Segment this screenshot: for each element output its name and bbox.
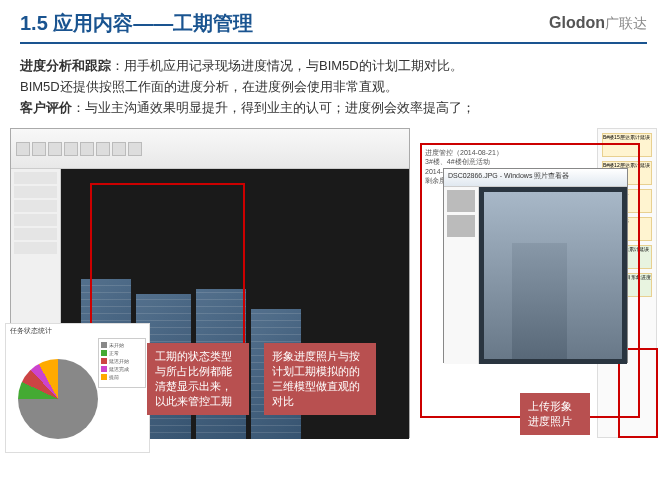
legend-item: 正常 — [101, 349, 143, 356]
nav-item — [14, 214, 57, 226]
legend-item: 提前 — [101, 373, 143, 380]
toolbar-icon — [128, 142, 142, 156]
pie-legend: 未开始 正常 延迟开始 延迟完成 提前 — [98, 338, 146, 388]
pie-chart — [18, 359, 98, 439]
photo-thumbnails — [444, 187, 479, 364]
slide-title: 1.5 应用内容——工期管理 — [20, 10, 253, 37]
thumbnail — [447, 215, 475, 237]
site-photo — [484, 192, 622, 359]
legend-item: 延迟完成 — [101, 365, 143, 372]
photo-main-view — [479, 187, 627, 364]
header-divider — [20, 42, 647, 44]
pie-title: 任务状态统计 — [6, 324, 149, 338]
legend-item: 延迟开始 — [101, 357, 143, 364]
toolbar-icon — [32, 142, 46, 156]
callout-upload: 上传形象进度照片 — [520, 393, 590, 435]
toolbar-icon — [96, 142, 110, 156]
toolbar-icon — [64, 142, 78, 156]
toolbar-icon — [80, 142, 94, 156]
callout-compare: 形象进度照片与按计划工期模拟的的三维模型做直观的对比 — [264, 343, 376, 414]
nav-item — [14, 228, 57, 240]
toolbar-icon — [16, 142, 30, 156]
thumbnail — [447, 190, 475, 212]
body-text: 进度分析和跟踪：用手机应用记录现场进度情况，与BIM5D的计划工期对比。 BIM… — [0, 54, 667, 120]
pie-chart-panel: 任务状态统计 未开始 正常 延迟开始 延迟完成 提前 — [5, 323, 150, 453]
photo-viewer-window: DSC02866.JPG - Windows 照片查看器 — [443, 168, 628, 363]
nav-item — [14, 242, 57, 254]
brand-logo: Glodon广联达 — [549, 14, 647, 33]
callout-pie: 工期的状态类型与所占比例都能清楚显示出来，以此来管控工期 — [147, 343, 249, 414]
nav-item — [14, 186, 57, 198]
nav-item — [14, 200, 57, 212]
toolbar-icon — [48, 142, 62, 156]
legend-item: 未开始 — [101, 341, 143, 348]
toolbar-icon — [112, 142, 126, 156]
nav-item — [14, 172, 57, 184]
photo-window-title: DSC02866.JPG - Windows 照片查看器 — [444, 169, 627, 187]
bim-toolbar — [11, 129, 409, 169]
screenshot-composite: B#楼15层达累计延误 B#楼12层达累计延误 2014-06-21 2014-… — [10, 128, 657, 448]
